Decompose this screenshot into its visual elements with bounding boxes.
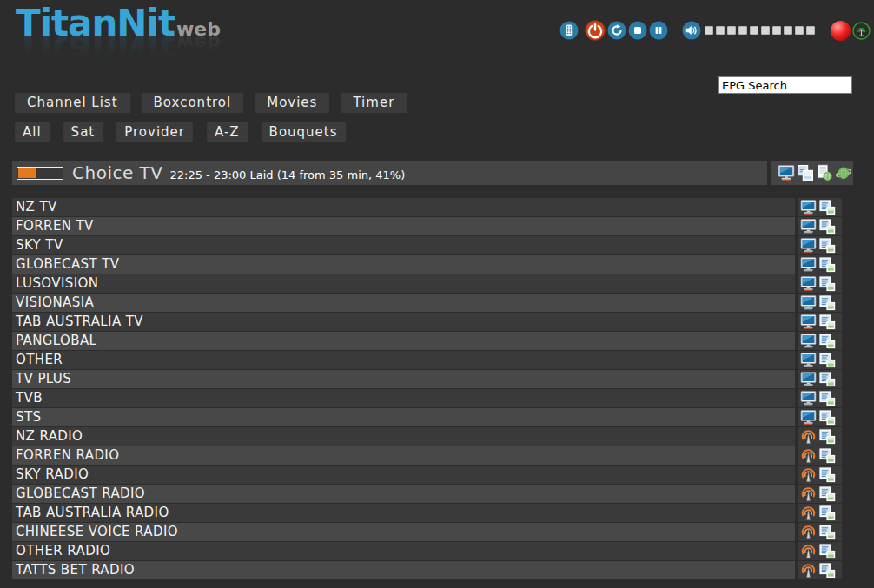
channel-name[interactable]: TV PLUS [12, 370, 795, 388]
stop-icon[interactable] [628, 21, 647, 40]
channel-name[interactable]: TAB AUSTRALIA RADIO [12, 504, 795, 522]
radio-antenna-icon[interactable] [800, 428, 817, 445]
channel-name[interactable]: FORREN TV [12, 217, 795, 235]
channel-name[interactable]: LUSOVISION [12, 274, 795, 293]
copy-playlist-icon[interactable] [819, 199, 836, 215]
volume-mute-icon[interactable] [682, 21, 701, 40]
filter-tab-provider[interactable]: Provider [116, 122, 193, 142]
volume-segment[interactable] [750, 26, 758, 35]
copy-playlist-icon[interactable] [819, 256, 836, 273]
filter-tab-a-z[interactable]: A-Z [207, 122, 248, 142]
filter-tab-sat[interactable]: Sat [63, 122, 103, 142]
copy-playlist-icon[interactable] [819, 486, 836, 502]
copy-playlist-icon[interactable] [819, 352, 836, 368]
record-indicator[interactable] [831, 21, 851, 41]
channel-name[interactable]: VISIONASIA [12, 294, 795, 312]
radio-antenna-icon[interactable] [800, 524, 817, 540]
channel-name[interactable]: GLOBECAST RADIO [12, 485, 795, 503]
copy-playlist-icon[interactable] [819, 543, 836, 559]
channel-name[interactable]: CHINEESE VOICE RADIO [12, 523, 795, 541]
copy-playlist-icon[interactable] [819, 390, 836, 406]
radio-antenna-icon[interactable] [800, 505, 817, 521]
channel-name[interactable]: FORREN RADIO [12, 446, 795, 465]
tv-monitor-icon[interactable] [800, 390, 817, 406]
channel-row-sts: STS [12, 408, 842, 426]
tab-movies[interactable]: Movies [255, 93, 329, 113]
filter-tab-all[interactable]: All [15, 122, 50, 142]
channel-row-visionasia: VISIONASIA [12, 294, 842, 312]
tab-timer[interactable]: Timer [341, 93, 407, 113]
radio-antenna-icon[interactable] [800, 562, 817, 578]
copy-playlist-icon[interactable] [819, 524, 836, 540]
tab-boxcontrol[interactable]: Boxcontrol [142, 93, 244, 113]
globe-icon[interactable] [835, 164, 852, 182]
copy-playlist-icon[interactable] [819, 371, 836, 387]
radio-antenna-icon[interactable] [800, 447, 817, 464]
channel-name[interactable]: STS [12, 408, 795, 426]
volume-segment[interactable] [761, 26, 770, 35]
copy-playlist-icon[interactable] [819, 294, 836, 311]
channel-row-actions [798, 466, 842, 484]
tv-monitor-icon[interactable] [800, 218, 817, 235]
channel-name[interactable]: OTHER RADIO [12, 542, 795, 560]
filter-tab-bouquets[interactable]: Bouquets [262, 122, 346, 142]
volume-segment[interactable] [784, 26, 792, 35]
tv-monitor-icon[interactable] [800, 333, 817, 349]
pause-icon[interactable] [649, 21, 668, 40]
epg-search-input[interactable] [718, 76, 852, 94]
copy-frames-icon[interactable] [797, 164, 814, 182]
channel-name[interactable]: NZ TV [12, 198, 795, 216]
tv-monitor-icon[interactable] [800, 294, 817, 311]
channel-row-actions [798, 427, 842, 446]
channel-name[interactable]: TAB AUSTRALIA TV [12, 313, 795, 331]
copy-playlist-icon[interactable] [819, 218, 836, 235]
channel-filter-tabs: AllSatProviderA-ZBouquets [15, 122, 346, 142]
volume-segment[interactable] [727, 26, 736, 35]
copy-playlist-icon[interactable] [819, 505, 836, 521]
tv-monitor-icon[interactable] [800, 352, 817, 368]
copy-playlist-icon[interactable] [819, 275, 836, 292]
copy-playlist-icon[interactable] [819, 237, 836, 254]
volume-segment[interactable] [795, 26, 804, 35]
remote-icon[interactable] [559, 21, 579, 40]
copy-playlist-icon[interactable] [819, 409, 836, 426]
volume-segment[interactable] [738, 26, 747, 35]
channel-name[interactable]: PANGLOBAL [12, 332, 795, 350]
channel-name[interactable]: SKY RADIO [12, 466, 795, 484]
restart-icon[interactable] [607, 21, 626, 40]
monitor-icon[interactable] [778, 164, 795, 182]
channel-row-actions [798, 542, 842, 560]
channel-name[interactable]: SKY TV [12, 236, 795, 254]
copy-playlist-icon[interactable] [819, 333, 836, 349]
tv-monitor-icon[interactable] [800, 256, 817, 273]
channel-name[interactable]: NZ RADIO [12, 427, 795, 446]
tv-monitor-icon[interactable] [800, 371, 817, 387]
volume-segment[interactable] [705, 26, 713, 35]
copy-playlist-icon[interactable] [819, 314, 836, 330]
volume-segment[interactable] [806, 26, 815, 35]
copy-playlist-icon[interactable] [819, 428, 836, 445]
tv-monitor-icon[interactable] [800, 237, 817, 254]
channel-name[interactable]: OTHER [12, 351, 795, 369]
signal-antenna-icon[interactable] [852, 22, 871, 40]
copy-playlist-icon[interactable] [819, 447, 836, 464]
radio-antenna-icon[interactable] [800, 486, 817, 502]
channel-row-sky-tv: SKY TV [12, 236, 842, 254]
channel-name[interactable]: TATTS BET RADIO [12, 561, 795, 579]
tv-monitor-icon[interactable] [800, 275, 817, 292]
volume-segment[interactable] [716, 26, 725, 35]
radio-antenna-icon[interactable] [800, 543, 817, 559]
channel-name[interactable]: TVB [12, 389, 795, 407]
current-epg-info: 22:25 - 23:00 Laid (14 from 35 min, 41%) [170, 168, 406, 182]
copy-playlist-icon[interactable] [819, 466, 836, 483]
document-globe-icon[interactable] [816, 164, 833, 182]
tv-monitor-icon[interactable] [800, 314, 817, 330]
tv-monitor-icon[interactable] [800, 409, 817, 426]
tv-monitor-icon[interactable] [800, 199, 817, 215]
power-icon[interactable] [585, 20, 606, 41]
volume-segment[interactable] [772, 26, 781, 35]
channel-name[interactable]: GLOBECAST TV [12, 255, 795, 274]
radio-antenna-icon[interactable] [800, 466, 817, 483]
tab-channel-list[interactable]: Channel List [15, 93, 130, 113]
copy-playlist-icon[interactable] [819, 562, 836, 578]
